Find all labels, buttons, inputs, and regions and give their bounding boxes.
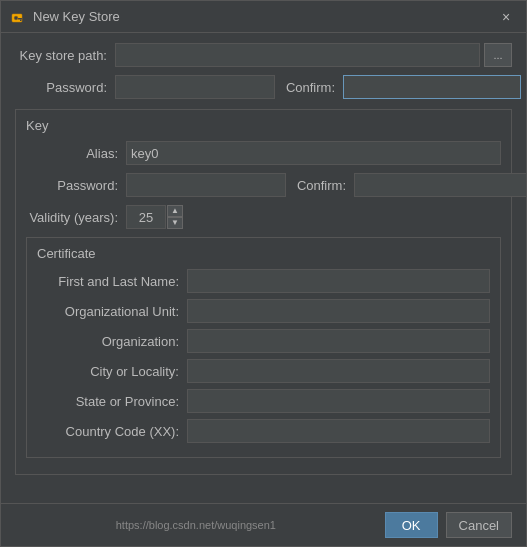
confirm-input[interactable]: [343, 75, 521, 99]
footer: https://blog.csdn.net/wuqingsen1 OK Canc…: [1, 503, 526, 546]
cert-section: Certificate First and Last Name: Organiz…: [26, 237, 501, 458]
confirm-label: Confirm:: [283, 80, 343, 95]
key-password-label: Password:: [26, 178, 126, 193]
alias-label: Alias:: [26, 146, 126, 161]
validity-label: Validity (years):: [26, 210, 126, 225]
org-label: Organization:: [37, 334, 187, 349]
alias-input[interactable]: [126, 141, 501, 165]
dialog-title: New Key Store: [33, 9, 120, 24]
password-label: Password:: [15, 80, 115, 95]
key-section-title: Key: [26, 118, 501, 133]
keystorepath-input[interactable]: [115, 43, 480, 67]
country-input[interactable]: [187, 419, 490, 443]
footer-url: https://blog.csdn.net/wuqingsen1: [15, 519, 377, 531]
org-row: Organization:: [37, 329, 490, 353]
keystorepath-label: Key store path:: [15, 48, 115, 63]
validity-spinner: ▲ ▼: [167, 205, 183, 229]
org-unit-label: Organizational Unit:: [37, 304, 187, 319]
svg-rect-2: [18, 18, 22, 20]
key-confirm-label: Confirm:: [294, 178, 354, 193]
org-input[interactable]: [187, 329, 490, 353]
state-label: State or Province:: [37, 394, 187, 409]
title-bar-left: New Key Store: [11, 9, 120, 25]
key-section: Key Alias: Password: Confirm: Validity (…: [15, 109, 512, 475]
city-row: City or Locality:: [37, 359, 490, 383]
cancel-button[interactable]: Cancel: [446, 512, 512, 538]
close-button[interactable]: ×: [496, 7, 516, 27]
alias-row: Alias:: [26, 141, 501, 165]
validity-decrement-button[interactable]: ▼: [167, 217, 183, 229]
state-input[interactable]: [187, 389, 490, 413]
city-label: City or Locality:: [37, 364, 187, 379]
key-password-row: Password: Confirm:: [26, 173, 501, 197]
key-password-input[interactable]: [126, 173, 286, 197]
first-last-name-row: First and Last Name:: [37, 269, 490, 293]
first-last-name-label: First and Last Name:: [37, 274, 187, 289]
password-input[interactable]: [115, 75, 275, 99]
svg-rect-3: [20, 19, 22, 21]
browse-button[interactable]: ...: [484, 43, 512, 67]
country-label: Country Code (XX):: [37, 424, 187, 439]
key-confirm-input[interactable]: [354, 173, 526, 197]
password-row: Password: Confirm:: [15, 75, 512, 99]
new-keystore-dialog: New Key Store × Key store path: ... Pass…: [0, 0, 527, 547]
keystorepath-row: Key store path: ...: [15, 43, 512, 67]
org-unit-row: Organizational Unit:: [37, 299, 490, 323]
keystore-icon: [11, 9, 27, 25]
cert-section-title: Certificate: [37, 246, 490, 261]
validity-row: Validity (years): ▲ ▼: [26, 205, 501, 229]
validity-input[interactable]: [126, 205, 166, 229]
dialog-content: Key store path: ... Password: Confirm: K…: [1, 33, 526, 503]
state-row: State or Province:: [37, 389, 490, 413]
first-last-name-input[interactable]: [187, 269, 490, 293]
svg-point-1: [14, 16, 18, 20]
validity-increment-button[interactable]: ▲: [167, 205, 183, 217]
city-input[interactable]: [187, 359, 490, 383]
title-bar: New Key Store ×: [1, 1, 526, 33]
ok-button[interactable]: OK: [385, 512, 438, 538]
org-unit-input[interactable]: [187, 299, 490, 323]
country-row: Country Code (XX):: [37, 419, 490, 443]
